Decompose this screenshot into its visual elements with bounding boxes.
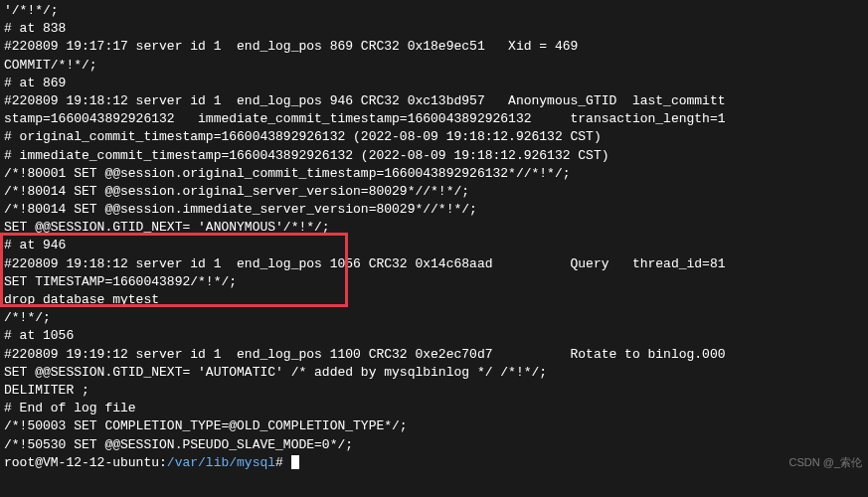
log-line: # at 838 <box>4 20 864 38</box>
log-line: /*!80014 SET @@session.immediate_server_… <box>4 201 864 219</box>
log-line: drop database mytest <box>4 291 864 309</box>
prompt-separator: : <box>159 455 167 470</box>
shell-prompt[interactable]: root@VM-12-12-ubuntu:/var/lib/mysql# <box>4 454 864 472</box>
log-line: /*!*/; <box>4 309 864 327</box>
log-line: stamp=1660043892926132 immediate_commit_… <box>4 110 864 128</box>
log-line: # at 1056 <box>4 327 864 345</box>
log-line: /*!80001 SET @@session.original_commit_t… <box>4 165 864 183</box>
log-line: SET TIMESTAMP=1660043892/*!*/; <box>4 273 864 291</box>
log-line: /*!50530 SET @@SESSION.PSEUDO_SLAVE_MODE… <box>4 436 864 454</box>
log-line: # at 946 <box>4 237 864 254</box>
log-line: #220809 19:18:12 server id 1 end_log_pos… <box>4 92 864 110</box>
log-line: # at 869 <box>4 75 864 92</box>
log-line: /*!80014 SET @@session.original_server_v… <box>4 183 864 201</box>
log-line: SET @@SESSION.GTID_NEXT= 'AUTOMATIC' /* … <box>4 364 864 382</box>
prompt-user-host: root@VM-12-12-ubuntu <box>4 455 159 470</box>
log-line: #220809 19:18:12 server id 1 end_log_pos… <box>4 255 864 273</box>
log-line: DELIMITER ; <box>4 382 864 400</box>
watermark-text: CSDN @_索伦 <box>788 455 862 470</box>
log-line: '/*!*/; <box>4 2 864 20</box>
log-line: #220809 19:17:17 server id 1 end_log_pos… <box>4 38 864 56</box>
log-line: #220809 19:19:12 server id 1 end_log_pos… <box>4 346 864 364</box>
log-line: # original_commit_timestamp=166004389292… <box>4 128 864 146</box>
log-line: # End of log file <box>4 400 864 417</box>
prompt-path: /var/lib/mysql <box>167 455 275 470</box>
log-line: SET @@SESSION.GTID_NEXT= 'ANONYMOUS'/*!*… <box>4 219 864 237</box>
log-line: # immediate_commit_timestamp=16600438929… <box>4 147 864 165</box>
terminal-output[interactable]: '/*!*/; # at 838 #220809 19:17:17 server… <box>0 0 868 474</box>
log-line: COMMIT/*!*/; <box>4 57 864 75</box>
cursor-icon <box>291 455 299 469</box>
prompt-suffix: # <box>275 455 283 470</box>
log-line: /*!50003 SET COMPLETION_TYPE=@OLD_COMPLE… <box>4 417 864 435</box>
